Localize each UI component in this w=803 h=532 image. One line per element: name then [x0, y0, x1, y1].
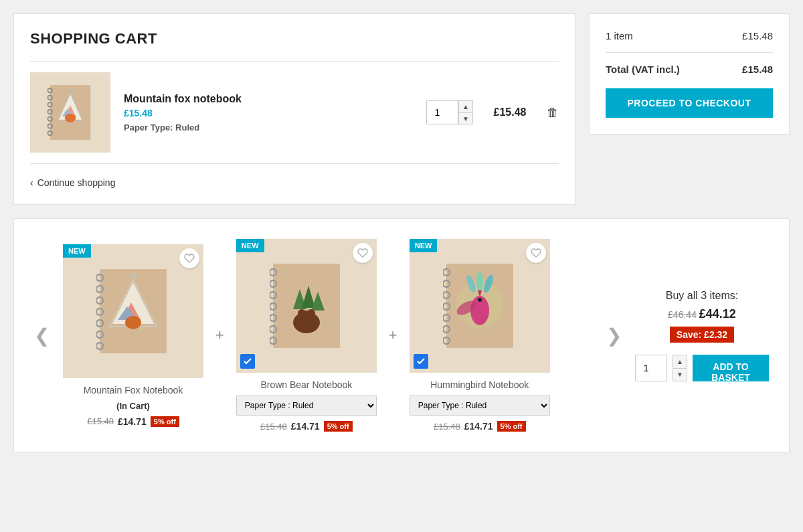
new-badge-3: NEW [410, 239, 438, 252]
item-count: 1 item [606, 30, 633, 41]
product-image-wrap-3: NEW [410, 239, 550, 373]
svg-point-27 [125, 316, 141, 329]
cart-item-details: Mountain fox notebook £15.48 Paper Type:… [124, 93, 413, 132]
products-row: NEW [56, 232, 600, 438]
bundle-title: Buy all 3 items: [635, 290, 769, 302]
price-new: £14.71 [118, 416, 147, 427]
checkmark-icon [243, 357, 252, 366]
bundle-qty-row[interactable]: ▲ ▼ ADD TO BASKET [635, 355, 769, 381]
hummingbird-image [443, 262, 517, 349]
item-paper-type: Paper Type: Ruled [124, 122, 413, 132]
summary-item-row: 1 item £15.48 [606, 30, 773, 41]
discount-badge-3: 5% off [497, 421, 526, 432]
product-name-2: Brown Bear Notebook [236, 379, 377, 390]
wishlist-button-3[interactable] [526, 243, 546, 263]
product-image-svg: ❄ [40, 82, 100, 143]
cart-item-image: ❄ [30, 72, 110, 153]
save-badge: Save: £2.32 [670, 327, 734, 343]
product-name: Mountain Fox Notebook [63, 385, 203, 395]
new-badge-2: NEW [236, 239, 264, 252]
qty-down-button[interactable]: ▼ [458, 112, 473, 124]
checkmark-icon-3 [416, 357, 426, 366]
prev-arrow-button[interactable]: ❮ [27, 325, 56, 347]
svg-text:❄: ❄ [69, 88, 74, 94]
plus-separator-2: + [383, 327, 403, 344]
plus-separator-1: + [210, 327, 230, 344]
total-price: £15.48 [742, 64, 773, 75]
price-row-2: £15.48 £14.71 5% off [236, 421, 377, 432]
price-row: £15.48 £14.71 5% off [63, 416, 203, 427]
svg-point-57 [478, 298, 482, 302]
price-row-3: £15.48 £14.71 5% off [410, 421, 550, 432]
product-name-3: Hummingbird Notebook [410, 379, 550, 390]
paper-type-select-2[interactable]: Paper Type : Ruled Paper Type : Blank Pa… [236, 395, 377, 416]
bundle-original-price: £46.44 [668, 309, 697, 320]
order-summary: 1 item £15.48 Total (VAT incl.) £15.48 P… [589, 13, 790, 135]
checkout-button[interactable]: PROCEED TO CHECKOUT [606, 88, 773, 118]
discount-badge: 5% off [151, 416, 179, 427]
price-new-2: £14.71 [291, 421, 320, 432]
product-card-brown-bear: NEW [230, 232, 383, 438]
selected-badge-3 [414, 354, 428, 369]
price-old: £15.48 [87, 416, 114, 426]
mountain-fox-image: ❄ [96, 268, 170, 355]
wishlist-button-2[interactable] [353, 243, 373, 263]
add-to-basket-button[interactable]: ADD TO BASKET [693, 355, 769, 381]
wishlist-button[interactable] [179, 248, 199, 268]
product-card-mountain-fox: NEW [56, 238, 210, 434]
delete-item-button[interactable]: 🗑 [547, 106, 559, 120]
price-old-3: £15.48 [434, 422, 460, 432]
bundle-pricing: £46.44 £44.12 [635, 307, 769, 321]
bundle-qty-arrows[interactable]: ▲ ▼ [673, 355, 687, 381]
item-name: Mountain fox notebook [124, 93, 413, 105]
bundle-sale-price: £44.12 [699, 307, 736, 321]
svg-point-42 [307, 309, 315, 317]
brown-bear-image [270, 262, 343, 349]
continue-shopping-link[interactable]: ‹ Continue shopping [30, 177, 559, 188]
bundle-qty-down-button[interactable]: ▼ [673, 368, 687, 381]
total-label: Total (VAT incl.) [606, 64, 680, 75]
svg-point-12 [65, 114, 76, 122]
heart-icon-2 [357, 248, 368, 258]
svg-point-53 [476, 272, 483, 290]
svg-point-41 [298, 309, 306, 317]
continue-shopping-label: Continue shopping [37, 177, 116, 188]
item-price: £15.48 [124, 108, 413, 118]
product-image-wrap-2: NEW [236, 239, 377, 373]
discount-badge-2: 5% off [324, 421, 353, 432]
price-old-2: £15.48 [260, 422, 287, 432]
new-badge: NEW [63, 244, 91, 258]
price-new-3: £14.71 [464, 421, 493, 432]
bundle-quantity-input[interactable] [635, 355, 667, 381]
svg-text:❄: ❄ [130, 272, 137, 282]
selected-badge-2 [240, 354, 255, 369]
bundle-cta: Buy all 3 items: £46.44 £44.12 Save: £2.… [628, 283, 776, 388]
cart-item: ❄ Mountain fox notebook £15.48 Paper Typ… [30, 61, 559, 164]
bundle-qty-up-button[interactable]: ▲ [673, 355, 687, 368]
quantity-input[interactable] [426, 100, 458, 124]
heart-icon [184, 253, 195, 264]
product-card-hummingbird: NEW [403, 232, 557, 438]
summary-divider [606, 52, 773, 53]
bundle-section: ❮ NEW [13, 218, 790, 452]
summary-total-row: Total (VAT incl.) £15.48 [606, 64, 773, 75]
next-arrow-button[interactable]: ❯ [600, 325, 628, 347]
heart-icon-3 [531, 248, 541, 258]
cart-title: SHOPPING CART [30, 30, 559, 48]
qty-up-button[interactable]: ▲ [458, 100, 473, 112]
paper-type-select-3[interactable]: Paper Type : Ruled Paper Type : Blank Pa… [410, 395, 550, 416]
in-cart-label: (In Cart) [63, 401, 203, 411]
item-total: £15.48 [486, 106, 533, 118]
quantity-control[interactable]: ▲ ▼ [426, 100, 473, 124]
chevron-left-icon: ‹ [30, 177, 33, 188]
item-price: £15.48 [742, 30, 773, 41]
product-image-wrap: NEW [63, 244, 203, 378]
